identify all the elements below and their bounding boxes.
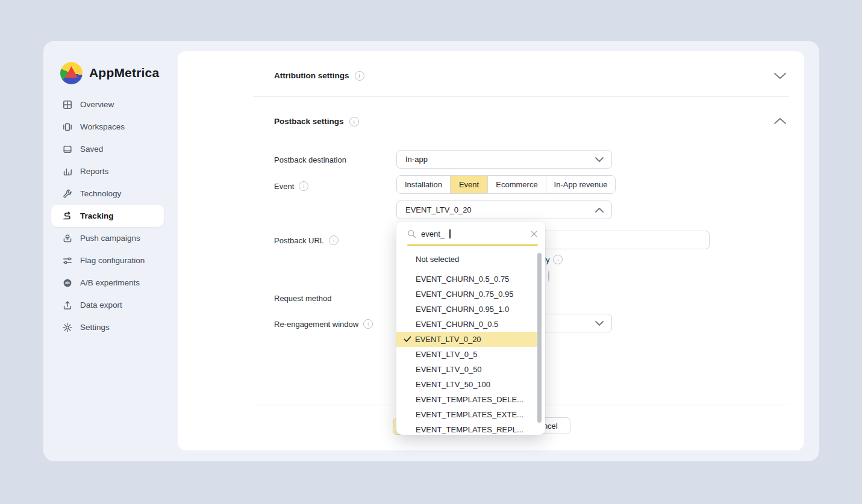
select-value: EVENT_LTV_0_20 (405, 205, 595, 214)
partial-option-row-2 (548, 271, 549, 282)
search-underline (407, 244, 538, 246)
postback-url-label-row: Postback URL (274, 235, 339, 245)
brand-name: AppMetrica (89, 66, 159, 80)
sidebar-item-label: Data export (80, 300, 122, 310)
dropdown-option[interactable]: EVENT_LTV_50_100 (396, 377, 537, 392)
reports-icon (62, 166, 72, 176)
tab-ecommerce[interactable]: Ecommerce (488, 176, 546, 193)
sidebar-item-reports[interactable]: Reports (51, 160, 164, 182)
request-method-label: Request method (274, 294, 331, 303)
section-divider (253, 96, 789, 97)
dropdown-option[interactable]: EVENT_TEMPLATES_DELE... (396, 392, 537, 407)
postback-destination-label: Postback destination (274, 155, 346, 164)
sidebar-nav: Overview Workspaces Saved Reports Techno… (51, 93, 164, 338)
sidebar-item-label: A/B experiments (80, 278, 140, 287)
dropdown-option[interactable]: EVENT_TEMPLATES_EXTE... (396, 407, 537, 422)
reengagement-window-label-row: Re-engagement window (274, 319, 373, 329)
checkmark-icon (404, 336, 411, 343)
sidebar-item-technology[interactable]: Technology (51, 182, 164, 205)
gear-icon (62, 322, 72, 332)
postback-url-label: Postback URL (274, 236, 324, 245)
tab-installation[interactable]: Installation (397, 176, 451, 193)
tab-event[interactable]: Event (451, 176, 488, 193)
export-icon (62, 300, 72, 310)
select-value: In-app (405, 155, 595, 164)
sidebar-item-label: Flag configuration (80, 256, 145, 265)
postback-destination-select[interactable]: In-app (396, 150, 612, 169)
search-icon (407, 229, 416, 238)
chevron-down-icon (595, 320, 604, 326)
chevron-down-icon (595, 157, 604, 163)
reengagement-window-label: Re-engagement window (274, 320, 358, 329)
info-icon[interactable] (548, 270, 549, 282)
sidebar-item-label: Technology (80, 189, 121, 198)
postback-settings-header: Postback settings (274, 116, 359, 126)
ab-icon: ab (62, 278, 72, 288)
option-label: EVENT_LTV_0_20 (415, 335, 481, 344)
event-type-tabs: Installation Event Ecommerce In-App reve… (396, 175, 616, 194)
sidebar-item-overview[interactable]: Overview (51, 93, 164, 116)
sidebar-item-ab-experiments[interactable]: ab A/B experiments (51, 272, 164, 294)
push-icon (62, 233, 72, 243)
attribution-collapse-toggle[interactable] (773, 72, 787, 80)
event-dropdown-panel: event_ Not selected EVENT_CHURN_0.5_0.75… (396, 222, 545, 435)
section-title: Attribution settings (274, 71, 349, 80)
sidebar-item-data-export[interactable]: Data export (51, 294, 164, 316)
info-icon[interactable] (553, 255, 563, 264)
event-label: Event (274, 182, 294, 191)
sidebar-item-settings[interactable]: Settings (51, 316, 164, 338)
section-title: Postback settings (274, 117, 344, 126)
sidebar-item-push-campaigns[interactable]: Push campaigns (51, 227, 164, 249)
route-icon (62, 211, 72, 221)
workspaces-icon (62, 122, 72, 132)
sidebar-item-label: Overview (80, 100, 114, 109)
dropdown-option[interactable]: EVENT_CHURN_0.5_0.75 (396, 272, 537, 287)
chevron-down-icon (773, 72, 787, 80)
appmetrica-logo-icon (60, 62, 83, 84)
tab-in-app-revenue[interactable]: In-App revenue (546, 176, 615, 193)
sidebar-item-label: Settings (80, 323, 110, 332)
dropdown-option[interactable]: Not selected (396, 252, 537, 267)
chevron-up-icon (595, 207, 604, 213)
info-icon[interactable] (329, 235, 339, 245)
sidebar-item-label: Push campaigns (80, 234, 140, 243)
event-select[interactable]: EVENT_LTV_0_20 (396, 201, 612, 219)
dropdown-option[interactable]: EVENT_TEMPLATES_REPL... (396, 422, 537, 435)
sidebar-item-label: Saved (80, 145, 103, 154)
clear-search-icon[interactable] (530, 230, 538, 238)
sliders-icon (62, 255, 72, 266)
dropdown-search-row[interactable]: event_ (396, 222, 545, 246)
svg-text:ab: ab (65, 281, 70, 285)
dropdown-option[interactable]: EVENT_LTV_0_50 (396, 362, 537, 377)
info-icon[interactable] (299, 181, 308, 191)
event-label-row: Event (274, 181, 308, 191)
app-logo[interactable]: AppMetrica (60, 61, 169, 84)
dropdown-option[interactable]: EVENT_CHURN_0_0.5 (396, 317, 537, 332)
dropdown-option[interactable]: EVENT_CHURN_0.75_0.95 (396, 287, 537, 302)
info-icon[interactable] (349, 117, 359, 126)
partial-option-row-1: ly (544, 255, 563, 264)
dropdown-scrollbar[interactable] (537, 253, 542, 423)
dropdown-option[interactable]: EVENT_LTV_0_5 (396, 347, 537, 362)
dropdown-option[interactable]: EVENT_CHURN_0.95_1.0 (396, 302, 537, 317)
dropdown-option-selected[interactable]: EVENT_LTV_0_20 (396, 332, 537, 347)
sidebar-item-label: Workspaces (80, 122, 125, 131)
grid-icon (62, 99, 72, 110)
sidebar-item-label: Tracking (80, 211, 114, 220)
info-icon[interactable] (363, 319, 373, 329)
sidebar-item-flag-configuration[interactable]: Flag configuration (51, 249, 164, 272)
info-icon[interactable] (355, 71, 364, 81)
text-caret (449, 229, 451, 238)
saved-icon (62, 144, 72, 154)
wrench-icon (62, 188, 72, 199)
attribution-settings-header: Attribution settings (274, 70, 364, 81)
search-input-value[interactable]: event_ (421, 229, 445, 238)
sidebar-item-tracking[interactable]: Tracking (51, 205, 164, 227)
sidebar-item-saved[interactable]: Saved (51, 138, 164, 160)
sidebar-item-label: Reports (80, 167, 108, 176)
chevron-up-icon (773, 117, 787, 125)
postback-collapse-toggle[interactable] (773, 117, 787, 125)
sidebar-item-workspaces[interactable]: Workspaces (51, 116, 164, 138)
